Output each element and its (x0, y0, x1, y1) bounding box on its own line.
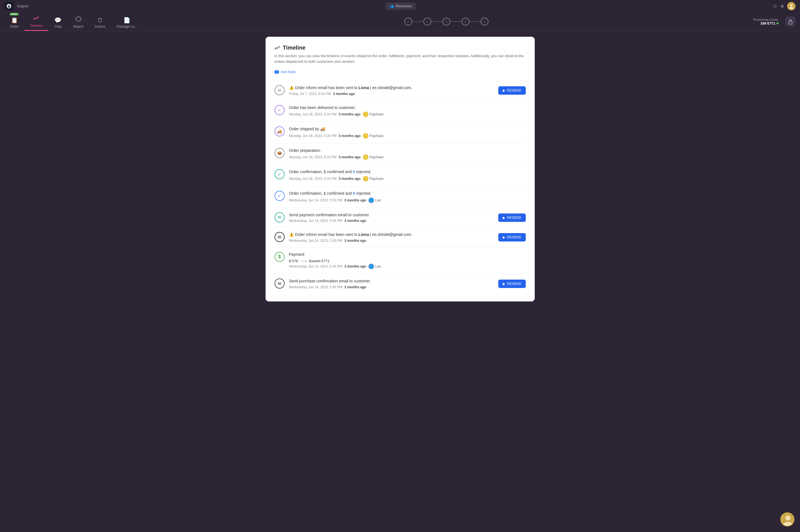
meta-user-4: 🪙 Pajuhaan (363, 154, 384, 160)
user-name-9: Lee (375, 264, 381, 268)
section-description: In this section, you can view the timeli… (274, 53, 526, 64)
timeline-item-content-6: Order confirmation, 1 confirmed and 0 re… (289, 191, 526, 203)
resend-label-8: RESEND (507, 235, 521, 239)
lock-button[interactable] (785, 17, 796, 26)
meta-ago-3: 3 months ago (339, 134, 361, 138)
timeline-item-content-4: Order preparation. Monday, Jun 26, 2023,… (289, 148, 526, 160)
resend-label-10: RESEND (507, 282, 521, 286)
tab-order[interactable]: DEMO 📋 Order (4, 12, 24, 31)
timeline-item-meta-9: Wednesday, Jun 14, 2023, 5:45 PM 3 month… (289, 264, 526, 269)
invoice-icon: 🗒 (97, 17, 103, 23)
meta-time-9: Wednesday, Jun 14, 2023, 5:45 PM (289, 264, 342, 268)
tab-report[interactable]: Report (68, 13, 89, 31)
check-confirmation-icon-2: ✓ (274, 191, 285, 201)
resend-arrow-icon-7: ▶ (503, 216, 505, 220)
email-payment-icon: ✉ (274, 212, 285, 223)
report-tab-label: Report (73, 25, 84, 28)
resources-button[interactable]: 👥 Resources (386, 3, 415, 10)
resend-label-7: RESEND (507, 216, 521, 220)
user-avatar-small-4: 🪙 (363, 154, 368, 160)
email-purchase-icon: ✉ (274, 279, 285, 288)
top-bar-left: Support (4, 2, 29, 11)
timeline-item-content-10: Send purchase confirmation email to cust… (289, 279, 494, 289)
user-name-3: Pajuhaan (369, 134, 384, 138)
meta-ago-6: 3 months ago (344, 198, 366, 202)
timeline-section-icon (274, 45, 280, 51)
warning-icon-1: ⚠️ (289, 86, 294, 90)
email-warning-icon-1: ✉ (274, 85, 285, 95)
tab-invoice[interactable]: 🗒 Invoice (89, 14, 111, 31)
timeline-item-text-7: Send payment confirmation email to custo… (289, 212, 494, 218)
timeline-item-content-8: ⚠️ Order inform email has been sent to L… (289, 232, 494, 243)
menu-icon[interactable]: ≡ (781, 3, 784, 9)
step-1: ✓ (404, 18, 412, 25)
meta-ago-8: 3 months ago (344, 239, 366, 243)
resend-button-7[interactable]: ▶ RESEND (498, 213, 526, 222)
tab-timeline[interactable]: Timeline (24, 12, 48, 31)
meta-time-5: Monday, Jun 26, 2023, 6:26 PM (289, 177, 337, 181)
tab-package[interactable]: 📄 Package La... (111, 14, 143, 31)
timeline-item: 📦 Order preparation. Monday, Jun 26, 202… (274, 144, 526, 165)
user-avatar-small-6: 🌐 (368, 197, 374, 203)
progress-container: ✓ ✓ ✓ ✓ ✓ (143, 15, 750, 28)
processing-center-id: SM-5771 (761, 21, 779, 25)
timeline-item: ✉ Send payment confirmation email to cus… (274, 208, 526, 228)
timeline-item: $ Payment $ 578 ⟶ Basket-5771 Wednesday,… (274, 247, 526, 274)
timeline-item-text-6: Order confirmation, 1 confirmed and 0 re… (289, 191, 526, 196)
user-avatar[interactable] (787, 2, 796, 11)
timeline-item: ✉ Send purchase confirmation email to cu… (274, 274, 526, 293)
svg-point-1 (789, 7, 793, 9)
svg-rect-3 (789, 21, 792, 24)
meta-ago-4: 3 months ago (339, 155, 361, 159)
resend-arrow-icon-10: ▶ (503, 282, 505, 286)
timeline-item-meta-3: Monday, Jun 26, 2023, 6:26 PM 3 months a… (289, 133, 526, 139)
meta-time-6: Wednesday, Jun 14, 2023, 5:53 PM (289, 198, 342, 202)
step-3: ✓ (442, 18, 450, 25)
processing-center: Processing Center SM-5771 (750, 16, 782, 28)
top-bar-right: ☆ ≡ (773, 2, 796, 11)
app-logo[interactable] (4, 2, 14, 11)
timeline-icon (33, 15, 39, 23)
resend-button-8[interactable]: ▶ RESEND (498, 233, 526, 242)
step-line-2 (431, 21, 442, 22)
meta-ago-10: 3 months ago (344, 285, 366, 289)
check-confirmation-icon-1: ✓ (274, 169, 285, 179)
step-2: ✓ (423, 18, 431, 25)
timeline-tab-label: Timeline (30, 24, 43, 28)
timeline-item-meta-1: Friday, Jul 7, 2023, 9:04 PM 3 months ag… (289, 92, 494, 96)
section-header: Timeline (274, 44, 526, 51)
payment-amount: $ 578 (289, 259, 298, 263)
meta-ago-9: 3 months ago (344, 264, 366, 268)
bottom-right-avatar[interactable] (780, 512, 794, 526)
report-icon (75, 16, 81, 23)
meta-user-2: 🪙 Pajuhaan (363, 112, 384, 117)
timeline-list: ✉ ⚠️ Order inform email has been sent to… (274, 81, 526, 293)
nav-tabs: DEMO 📋 Order Timeline 💬 Chat (4, 12, 143, 31)
meta-ago-1: 3 months ago (333, 92, 355, 96)
meta-ago-5: 3 months ago (339, 177, 361, 181)
timeline-item-meta-5: Monday, Jun 26, 2023, 6:26 PM 3 months a… (289, 176, 526, 182)
timeline-item-text-5: Order confirmation, 1 confirmed and 0 re… (289, 169, 526, 175)
timeline-item-text-3: Order shipped by 🚚. (289, 126, 526, 132)
user-avatar-small-3: 🪙 (363, 133, 368, 139)
resend-arrow-icon-8: ▶ (503, 235, 505, 239)
resend-button-1[interactable]: ▶ RESEND (498, 86, 526, 95)
payment-dest: Basket-5771 (309, 259, 329, 263)
resend-button-10[interactable]: ▶ RESEND (498, 280, 526, 288)
timeline-item-meta-6: Wednesday, Jun 14, 2023, 5:53 PM 3 month… (289, 197, 526, 203)
chat-tab-label: Chat (54, 25, 61, 28)
package-tab-label: Package La... (117, 25, 137, 28)
meta-time-2: Monday, Jun 26, 2023, 6:26 PM (289, 112, 337, 116)
section-title: Timeline (283, 44, 306, 51)
main-content: Timeline In this section, you can view t… (0, 31, 800, 532)
add-note-label: Add Note (281, 70, 296, 74)
timeline-item-meta-4: Monday, Jun 26, 2023, 6:26 PM 3 months a… (289, 154, 526, 160)
demo-badge: DEMO (10, 13, 19, 15)
order-tab-label: Order (10, 25, 19, 28)
support-label: Support (17, 4, 29, 8)
meta-time-10: Wednesday, Jun 14, 2023, 5:45 PM (289, 285, 342, 289)
star-icon[interactable]: ☆ (773, 3, 777, 9)
tab-chat[interactable]: 💬 Chat (48, 14, 68, 31)
top-bar-center: 👥 Resources (386, 3, 415, 10)
add-note-button[interactable]: Add Note (274, 70, 526, 74)
